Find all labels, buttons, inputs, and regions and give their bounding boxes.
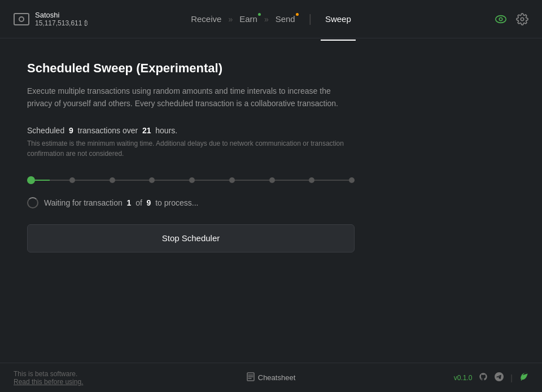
estimate-note: This estimate is the minimum waiting tim… [27, 138, 355, 159]
nav-sep-1: » [226, 15, 235, 24]
github-icon[interactable] [479, 372, 488, 384]
footer-right: v0.1.0 | [357, 372, 528, 384]
version-link[interactable]: v0.1.0 [454, 374, 473, 382]
main-content: Scheduled Sweep (Experimental) Execute m… [0, 38, 542, 363]
footer-pipe: | [510, 373, 513, 382]
track-dots [27, 176, 355, 184]
beta-link[interactable]: Read this before using. [14, 378, 185, 386]
waiting-status: Waiting for transaction 1 of 9 to proces… [27, 197, 515, 208]
main-nav: Receive » Earn » Send | Sweep [115, 12, 427, 26]
nav-pipe: | [309, 12, 312, 25]
track-dot-8 [309, 177, 314, 183]
nav-receive[interactable]: Receive [186, 12, 226, 26]
scheduled-label: Scheduled [27, 126, 64, 135]
wallet-info: Satoshi 15,117,513,611 ₿ [14, 11, 115, 27]
beta-text: This is beta software. [14, 370, 185, 378]
waiting-suffix: to process... [155, 198, 198, 207]
earn-dot [258, 13, 261, 16]
track-dot-7 [269, 177, 275, 183]
svg-point-1 [499, 18, 502, 21]
track-dot-3 [110, 177, 115, 183]
track-dot-5 [189, 177, 195, 183]
stop-scheduler-button[interactable]: Stop Scheduler [27, 224, 355, 252]
total-tx: 9 [147, 198, 151, 207]
send-dot [296, 13, 299, 16]
scheduled-hours: 21 [142, 126, 151, 135]
nav-sweep[interactable]: Sweep [321, 12, 356, 26]
track-dot-9 [349, 177, 355, 183]
svg-point-0 [496, 15, 506, 23]
scheduled-count: 9 [69, 126, 73, 135]
document-icon [247, 372, 255, 383]
current-tx: 1 [127, 198, 132, 207]
wallet-icon-inner [19, 16, 24, 22]
waiting-text: Waiting for transaction 1 of 9 to proces… [44, 198, 198, 207]
header-actions [427, 13, 528, 25]
progress-track [27, 175, 355, 186]
eye-icon-btn[interactable] [495, 13, 507, 25]
nav-earn[interactable]: Earn [235, 12, 262, 26]
nav-sep-2: » [262, 15, 271, 24]
scheduled-info: Scheduled 9 transactions over 21 hours. [27, 126, 515, 135]
footer-center: Cheatsheet [185, 372, 357, 383]
of-label: of [136, 198, 142, 207]
footer: This is beta software. Read this before … [0, 363, 542, 392]
track-dot-6 [229, 177, 235, 183]
nav-send[interactable]: Send [271, 12, 300, 26]
track-dot-4 [149, 177, 155, 183]
track-dot-1 [27, 176, 35, 184]
page-title: Scheduled Sweep (Experimental) [27, 61, 515, 76]
wallet-balance: 15,117,513,611 ₿ [35, 19, 88, 27]
footer-left: This is beta software. Read this before … [14, 370, 185, 386]
wallet-text: Satoshi 15,117,513,611 ₿ [35, 11, 88, 27]
settings-icon-btn[interactable] [516, 13, 528, 25]
track-dot-2 [69, 177, 75, 183]
wallet-icon [14, 13, 29, 25]
svg-point-2 [521, 18, 524, 21]
leaf-icon [519, 372, 528, 384]
page-description: Execute multiple transactions using rand… [27, 85, 355, 110]
wallet-name: Satoshi [35, 11, 88, 19]
cheatsheet-link[interactable]: Cheatsheet [258, 373, 296, 382]
waiting-prefix: Waiting for transaction [44, 198, 123, 207]
telegram-icon[interactable] [495, 372, 504, 384]
header: Satoshi 15,117,513,611 ₿ Receive » Earn … [0, 0, 542, 38]
hours-label: hours. [155, 126, 177, 135]
loading-spinner [27, 197, 38, 208]
transactions-label: transactions over [78, 126, 138, 135]
